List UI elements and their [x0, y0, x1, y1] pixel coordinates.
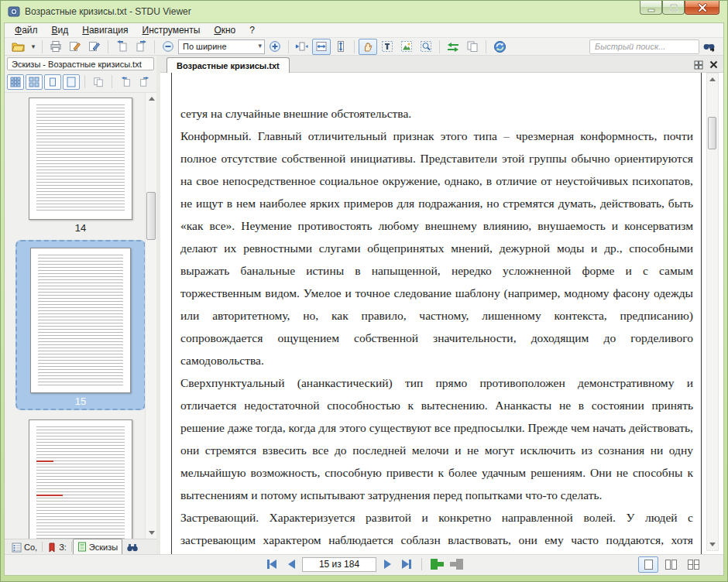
tab-contents[interactable]: Со,	[8, 540, 41, 554]
rotate-right-icon	[135, 40, 148, 53]
rotate-right-button[interactable]	[132, 39, 150, 55]
page-text: сетуя на случайные внешние обстоятельств…	[172, 73, 701, 554]
next-page-button[interactable]	[379, 556, 396, 572]
window-list-icon	[694, 60, 703, 70]
separator	[288, 40, 289, 53]
export-text-icon	[88, 40, 101, 53]
menu-bar: Файл Вид Навигация Инструменты Окно ?	[5, 23, 723, 38]
thumbs-large-button[interactable]	[44, 74, 61, 90]
scroll-up-button[interactable]	[146, 93, 156, 104]
combo-caret-icon: ▾	[258, 42, 262, 50]
minimize-button[interactable]	[640, 1, 662, 15]
stdu-logo-icon	[8, 5, 20, 18]
rotate-page-left-button[interactable]	[117, 74, 134, 90]
export-image-button[interactable]	[66, 39, 84, 55]
scrollbar-thumb[interactable]	[146, 192, 156, 240]
fit-width-button[interactable]	[312, 39, 331, 55]
sidebar-scrollbar[interactable]	[145, 93, 156, 539]
thumbs-medium-button[interactable]	[26, 74, 43, 90]
hand-tool-button[interactable]	[359, 39, 377, 55]
thumbnail-image	[29, 98, 132, 220]
thumbnail-page-16[interactable]	[5, 415, 156, 539]
swap-pages-button[interactable]	[444, 39, 462, 55]
scroll-up-button[interactable]	[707, 74, 718, 85]
fit-page-button[interactable]	[293, 39, 311, 55]
document-tab[interactable]: Возрастные кризисы.txt	[167, 57, 290, 73]
scroll-down-button[interactable]	[707, 539, 718, 550]
document-view: сетуя на случайные внешние обстоятельств…	[160, 73, 723, 554]
menu-help[interactable]: ?	[242, 23, 262, 37]
scroll-down-button[interactable]	[146, 527, 156, 539]
thumbs-xlarge-button[interactable]	[63, 74, 80, 90]
window-list-button[interactable]	[692, 58, 705, 71]
select-text-button[interactable]	[378, 39, 397, 55]
settings-button[interactable]	[490, 39, 509, 55]
tab-contents-label: Со,	[24, 543, 37, 552]
tab-bookmarks[interactable]: З:	[43, 540, 70, 554]
rotate-page-right-button[interactable]	[136, 74, 153, 90]
zoom-in-button[interactable]	[266, 39, 284, 55]
scroll-down-icon	[709, 543, 716, 546]
scrollbar-thumb[interactable]	[708, 117, 716, 149]
separator	[354, 40, 355, 53]
rotate-left-button[interactable]	[112, 39, 131, 55]
zoom-region-button[interactable]	[417, 39, 435, 55]
title-bar[interactable]: Возрастные кризисы.txt - STDU Viewer	[1, 1, 727, 22]
document-scrollbar[interactable]	[706, 73, 719, 551]
page-position-input[interactable]	[302, 557, 376, 572]
layout-facing-icon	[665, 560, 677, 570]
open-file-icon	[12, 40, 26, 53]
layout-single-icon	[644, 560, 653, 570]
panel-tabs: Со, З: Эскизы	[5, 539, 156, 554]
copy-icon	[93, 77, 104, 87]
open-file-button[interactable]	[9, 39, 28, 55]
thumbnail-label: 14	[5, 220, 156, 234]
red-heading-line	[36, 495, 63, 496]
export-text-button[interactable]	[85, 39, 104, 55]
menu-tools[interactable]: Инструменты	[136, 23, 208, 37]
menu-navigation[interactable]: Навигация	[75, 23, 135, 37]
prev-page-icon	[288, 560, 295, 569]
maximize-button[interactable]	[662, 1, 685, 15]
zoom-out-button[interactable]	[159, 39, 177, 55]
zoom-in-icon	[269, 40, 281, 53]
copy-button[interactable]	[463, 39, 482, 55]
maximize-icon	[668, 2, 679, 13]
menu-view[interactable]: Вид	[45, 23, 76, 37]
open-file-dropdown[interactable]: ▾	[29, 39, 38, 55]
zoom-mode-combobox[interactable]: По ширине ▾	[178, 39, 265, 54]
layout-single-button[interactable]	[638, 556, 658, 573]
last-page-button[interactable]	[398, 556, 415, 572]
thumbnail-page-14[interactable]: 14	[5, 93, 156, 234]
fit-height-button[interactable]	[331, 39, 350, 55]
find-next-button[interactable]	[700, 39, 719, 55]
history-forward-button[interactable]	[448, 556, 465, 572]
separator	[112, 75, 112, 88]
paragraph: Сверхпунктуальный (ананкастический) тип …	[180, 371, 693, 506]
select-image-button[interactable]	[397, 39, 416, 55]
menu-window[interactable]: Окно	[207, 23, 242, 37]
thumbnail-page-15-selected[interactable]: 15	[15, 240, 146, 410]
first-page-button[interactable]	[263, 556, 280, 572]
tab-search[interactable]	[122, 540, 143, 554]
close-document-button[interactable]	[707, 58, 720, 71]
copy-page-button[interactable]	[90, 74, 107, 90]
rotate-right-icon	[139, 77, 150, 87]
red-heading-line	[36, 460, 53, 462]
page-navigator	[263, 556, 465, 572]
thumbs-small-button[interactable]	[7, 74, 24, 90]
menu-file[interactable]: Файл	[8, 23, 45, 37]
print-button[interactable]	[46, 39, 65, 55]
quick-search-input[interactable]	[589, 39, 699, 54]
tab-thumbnails[interactable]: Эскизы	[73, 539, 122, 554]
client-area: Файл Вид Навигация Инструменты Окно ? ▾ …	[4, 22, 724, 576]
prev-page-button[interactable]	[283, 556, 300, 572]
layout-facing-button[interactable]	[661, 556, 681, 573]
scroll-down-icon	[149, 531, 155, 535]
body-row: Эскизы - Возрастные кризисы.txt	[5, 56, 723, 554]
layout-facing-cover-button[interactable]	[683, 556, 703, 573]
close-button[interactable]	[685, 1, 719, 15]
copy-icon	[466, 40, 479, 53]
history-back-button[interactable]	[428, 556, 445, 572]
scroll-up-icon	[149, 97, 155, 101]
